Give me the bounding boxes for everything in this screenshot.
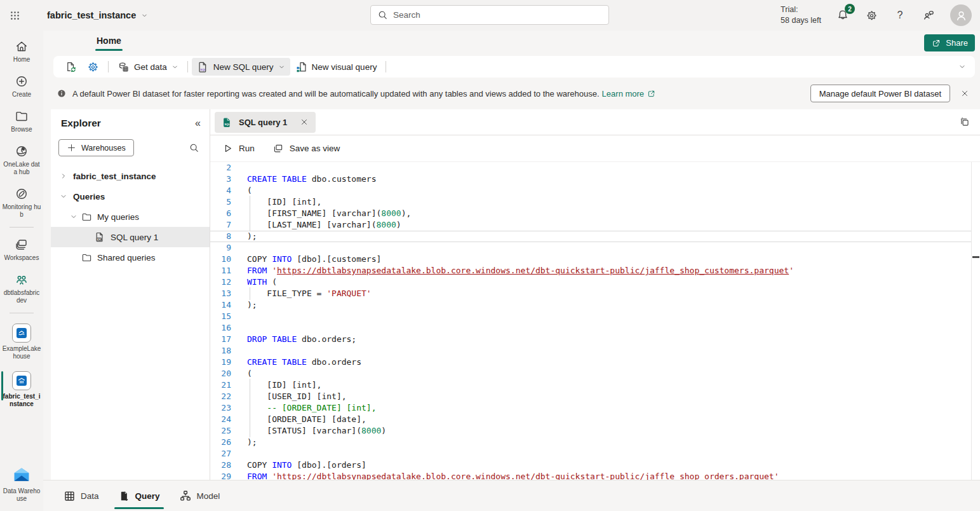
- query-tab[interactable]: SQL SQL query 1: [215, 112, 316, 133]
- line-content: [231, 242, 971, 254]
- rail-item-dbtlabsfabricdev[interactable]: dbtlabsfabricdev: [0, 270, 43, 307]
- rail-item-workspaces[interactable]: Workspaces: [0, 235, 43, 264]
- bottom-tab-query[interactable]: Query: [118, 480, 160, 511]
- settings-button[interactable]: [864, 8, 878, 22]
- chevron-down-icon: [171, 64, 178, 71]
- bottom-tab-data[interactable]: Data: [64, 480, 99, 511]
- rail-item-data-warehouse[interactable]: Data Warehouse: [0, 463, 43, 505]
- rail-item-fabric-test-instance[interactable]: fabric_test_instance: [0, 369, 43, 411]
- refresh-button[interactable]: [60, 58, 82, 76]
- code-line-15[interactable]: 15: [210, 311, 971, 322]
- line-content: -- [ORDER_DATE] [int],: [231, 402, 971, 414]
- chevron-down-icon[interactable]: [58, 193, 69, 200]
- chevron-right-icon[interactable]: [58, 172, 69, 180]
- svg-text:SQL: SQL: [200, 67, 206, 71]
- account-avatar[interactable]: [950, 4, 972, 26]
- rail-item-onelake-data-hub[interactable]: OneLake data hub: [0, 142, 43, 179]
- code-line-10[interactable]: 10COPY INTO [dbo].[customers]: [210, 254, 971, 265]
- code-line-24[interactable]: 24 [ORDER_DATE] [date],: [210, 414, 971, 425]
- chevron-down-icon: [278, 64, 285, 71]
- code-line-28[interactable]: 28COPY INTO [dbo].[orders]: [210, 460, 971, 471]
- top-header-bar: fabric_test_instance Trial: 58 days left…: [0, 0, 980, 31]
- code-line-19[interactable]: 19CREATE TABLE dbo.orders: [210, 357, 971, 368]
- app-launcher-button[interactable]: [0, 0, 29, 31]
- tree-item-my-queries[interactable]: My queries: [51, 207, 210, 227]
- rail-item-browse[interactable]: Browse: [0, 107, 43, 136]
- run-button[interactable]: Run: [222, 143, 255, 154]
- play-icon: [222, 143, 233, 154]
- line-content: [FIRST_NAME] [varchar](8000),: [231, 208, 971, 219]
- code-line-3[interactable]: 3CREATE TABLE dbo.customers: [210, 174, 971, 185]
- code-line-20[interactable]: 20(: [210, 368, 971, 379]
- code-line-13[interactable]: 13 FILE_TYPE = 'PARQUET': [210, 288, 971, 299]
- refresh-document-icon: [65, 61, 77, 73]
- explorer-search-button[interactable]: [189, 142, 199, 153]
- code-line-8[interactable]: 8);: [210, 231, 971, 242]
- bottom-tab-model[interactable]: Model: [179, 480, 220, 511]
- code-token: );: [247, 300, 257, 310]
- code-line-9[interactable]: 9: [210, 242, 971, 254]
- code-line-27[interactable]: 27: [210, 448, 971, 460]
- workspace-title-dropdown[interactable]: fabric_test_instance: [47, 10, 148, 20]
- code-line-12[interactable]: 12WITH (: [210, 276, 971, 288]
- code-line-26[interactable]: 26);: [210, 437, 971, 448]
- line-content: [231, 322, 971, 334]
- help-button[interactable]: ?: [893, 8, 907, 22]
- banner-close-button[interactable]: [958, 86, 972, 100]
- code-editor[interactable]: 23CREATE TABLE dbo.customers4(5 [ID] [in…: [210, 162, 971, 480]
- code-line-5[interactable]: 5 [ID] [int],: [210, 196, 971, 208]
- rail-item-home[interactable]: Home: [0, 37, 43, 66]
- code-line-4[interactable]: 4(: [210, 185, 971, 196]
- code-line-16[interactable]: 16: [210, 322, 971, 334]
- code-line-7[interactable]: 7 [LAST_NAME] [varchar](8000): [210, 219, 971, 231]
- bottom-tab-label: Data: [81, 491, 99, 501]
- manage-dataset-button[interactable]: Manage default Power BI dataset: [810, 85, 950, 102]
- onelake-icon: [15, 144, 29, 158]
- rail-item-create[interactable]: Create: [0, 72, 43, 101]
- search-input[interactable]: [393, 10, 602, 20]
- warehouse-settings-button[interactable]: [82, 58, 104, 76]
- code-token: FROM: [247, 266, 267, 275]
- tree-item-sql-query-1[interactable]: SQLSQL query 1: [51, 227, 210, 247]
- code-line-17[interactable]: 17DROP TABLE dbo.orders;: [210, 334, 971, 345]
- share-button[interactable]: Share: [924, 34, 975, 51]
- line-number: 18: [210, 345, 231, 357]
- code-line-18[interactable]: 18: [210, 345, 971, 357]
- code-line-23[interactable]: 23 -- [ORDER_DATE] [int],: [210, 402, 971, 414]
- sql-file-icon: SQL: [222, 117, 232, 128]
- code-line-14[interactable]: 14);: [210, 299, 971, 311]
- tab-home[interactable]: Home: [95, 34, 123, 51]
- collapse-explorer-button[interactable]: «: [195, 118, 201, 128]
- get-data-button[interactable]: Get data: [112, 58, 184, 76]
- new-sql-query-button[interactable]: SQL New SQL query: [192, 58, 290, 76]
- tree-item-shared-queries[interactable]: Shared queries: [51, 247, 210, 268]
- add-warehouses-button[interactable]: Warehouses: [58, 139, 134, 156]
- code-line-21[interactable]: 21 [ID] [int],: [210, 379, 971, 391]
- notifications-button[interactable]: 2: [836, 8, 850, 22]
- code-line-11[interactable]: 11FROM 'https://dbtlabsynapsedatalake.bl…: [210, 265, 971, 276]
- rail-item-label: Home: [13, 56, 30, 64]
- rail-item-label: Monitoring hub: [2, 203, 41, 219]
- new-visual-query-button[interactable]: New visual query: [290, 58, 382, 76]
- save-as-view-button[interactable]: Save as view: [272, 143, 340, 154]
- feedback-button[interactable]: [922, 8, 936, 22]
- chevron-down-icon[interactable]: [69, 213, 79, 221]
- rail-item-monitoring-hub[interactable]: Monitoring hub: [0, 184, 43, 221]
- code-line-2[interactable]: 2: [210, 162, 971, 174]
- explorer-tree: fabric_test_instanceQueriesMy queriesSQL…: [51, 166, 210, 268]
- tree-item-queries[interactable]: Queries: [51, 186, 210, 207]
- code-line-6[interactable]: 6 [FIRST_NAME] [varchar](8000),: [210, 208, 971, 219]
- code-line-25[interactable]: 25 [STATUS] [varchar](8000): [210, 425, 971, 437]
- collapse-ribbon-chevron[interactable]: [958, 63, 966, 71]
- close-tab-button[interactable]: [300, 118, 309, 126]
- copy-button[interactable]: [959, 116, 970, 128]
- overview-ruler[interactable]: [971, 162, 980, 480]
- tree-item-fabric-test-instance[interactable]: fabric_test_instance: [51, 166, 210, 186]
- code-line-29[interactable]: 29FROM 'https://dbtlabsynapsedatalake.bl…: [210, 471, 971, 480]
- rail-item-examplelakehouse[interactable]: ExampleLakehouse: [0, 321, 43, 363]
- share-icon: [931, 38, 941, 48]
- code-line-22[interactable]: 22 [USER_ID] [int],: [210, 391, 971, 402]
- visual-query-icon: [295, 61, 307, 73]
- learn-more-link[interactable]: Learn more: [602, 89, 656, 99]
- toolbar-divider: [108, 61, 109, 72]
